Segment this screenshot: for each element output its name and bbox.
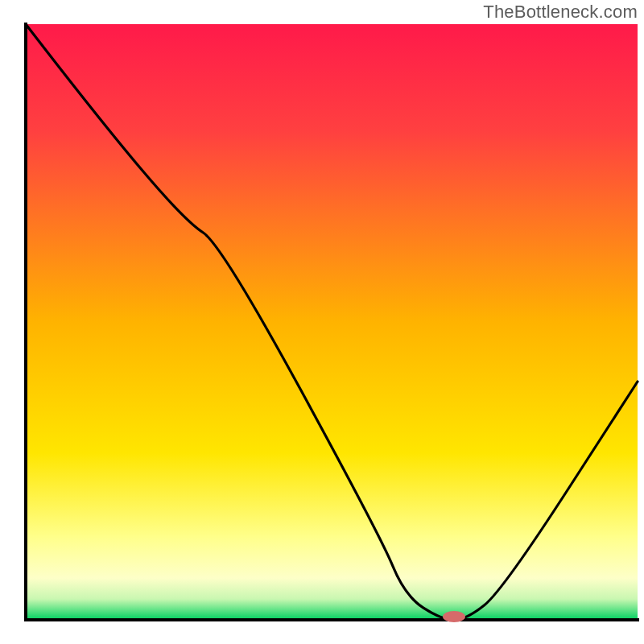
optimal-marker	[443, 611, 465, 622]
chart-svg	[0, 0, 644, 644]
bottleneck-chart: TheBottleneck.com	[0, 0, 644, 644]
watermark-text: TheBottleneck.com	[483, 2, 638, 23]
gradient-background	[26, 24, 638, 620]
